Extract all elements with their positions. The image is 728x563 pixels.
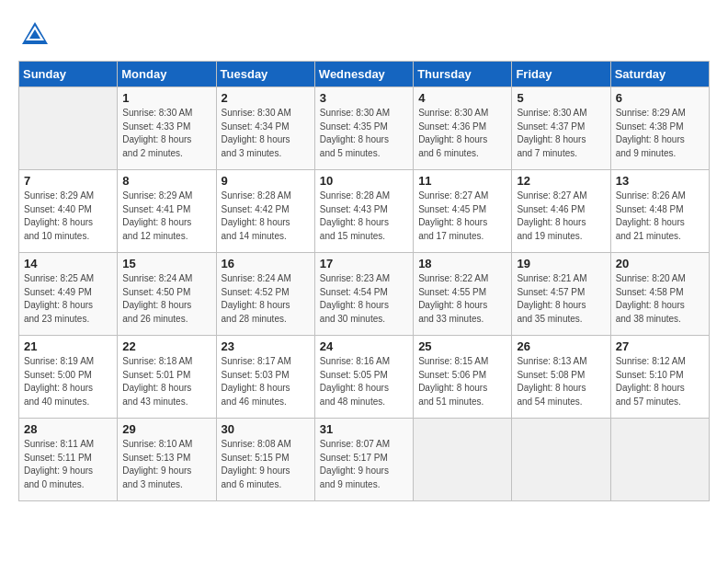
day-info: Sunrise: 8:25 AM Sunset: 4:49 PM Dayligh… — [24, 272, 112, 326]
weekday-header-sunday: Sunday — [19, 62, 118, 87]
day-number: 18 — [418, 257, 506, 270]
day-info: Sunrise: 8:30 AM Sunset: 4:34 PM Dayligh… — [222, 107, 310, 160]
calendar-day-cell: 20Sunrise: 8:20 AM Sunset: 4:58 PM Dayli… — [610, 253, 709, 336]
calendar-day-cell: 8Sunrise: 8:29 AM Sunset: 4:41 PM Daylig… — [118, 170, 216, 253]
day-number: 20 — [616, 257, 704, 270]
calendar-day-cell: 12Sunrise: 8:27 AM Sunset: 4:46 PM Dayli… — [512, 170, 610, 253]
weekday-header-thursday: Thursday — [414, 62, 512, 87]
calendar-week-row: 14Sunrise: 8:25 AM Sunset: 4:49 PM Dayli… — [19, 253, 710, 336]
logo — [18, 18, 57, 52]
calendar-day-cell: 30Sunrise: 8:08 AM Sunset: 5:15 PM Dayli… — [216, 419, 314, 501]
day-info: Sunrise: 8:12 AM Sunset: 5:10 PM Dayligh… — [616, 355, 704, 408]
day-number: 5 — [517, 91, 605, 105]
calendar-day-cell — [610, 419, 709, 501]
day-number: 24 — [320, 339, 408, 353]
day-info: Sunrise: 8:29 AM Sunset: 4:40 PM Dayligh… — [24, 190, 112, 243]
calendar-day-cell: 27Sunrise: 8:12 AM Sunset: 5:10 PM Dayli… — [610, 336, 709, 419]
calendar-day-cell: 7Sunrise: 8:29 AM Sunset: 4:40 PM Daylig… — [19, 170, 118, 253]
day-info: Sunrise: 8:24 AM Sunset: 4:52 PM Dayligh… — [222, 272, 310, 326]
calendar-week-row: 1Sunrise: 8:30 AM Sunset: 4:33 PM Daylig… — [19, 87, 710, 170]
day-info: Sunrise: 8:16 AM Sunset: 5:05 PM Dayligh… — [320, 355, 408, 408]
calendar-day-cell: 13Sunrise: 8:26 AM Sunset: 4:48 PM Dayli… — [610, 170, 709, 253]
day-number: 16 — [222, 257, 310, 270]
day-info: Sunrise: 8:13 AM Sunset: 5:08 PM Dayligh… — [517, 355, 605, 408]
day-info: Sunrise: 8:30 AM Sunset: 4:36 PM Dayligh… — [418, 107, 506, 160]
calendar-day-cell: 14Sunrise: 8:25 AM Sunset: 4:49 PM Dayli… — [19, 253, 118, 336]
day-info: Sunrise: 8:23 AM Sunset: 4:54 PM Dayligh… — [320, 272, 408, 326]
day-info: Sunrise: 8:11 AM Sunset: 5:11 PM Dayligh… — [24, 438, 112, 491]
calendar-week-row: 21Sunrise: 8:19 AM Sunset: 5:00 PM Dayli… — [19, 336, 710, 419]
day-number: 3 — [320, 91, 408, 105]
calendar-day-cell: 17Sunrise: 8:23 AM Sunset: 4:54 PM Dayli… — [314, 253, 413, 336]
day-info: Sunrise: 8:28 AM Sunset: 4:42 PM Dayligh… — [222, 190, 310, 243]
day-number: 23 — [222, 339, 310, 353]
calendar-day-cell: 11Sunrise: 8:27 AM Sunset: 4:45 PM Dayli… — [414, 170, 512, 253]
calendar-day-cell — [19, 87, 118, 170]
day-number: 28 — [24, 422, 112, 436]
day-info: Sunrise: 8:10 AM Sunset: 5:13 PM Dayligh… — [122, 438, 210, 491]
calendar-header: SundayMondayTuesdayWednesdayThursdayFrid… — [19, 62, 710, 87]
calendar-day-cell: 25Sunrise: 8:15 AM Sunset: 5:06 PM Dayli… — [414, 336, 512, 419]
day-info: Sunrise: 8:30 AM Sunset: 4:35 PM Dayligh… — [320, 107, 408, 160]
calendar-table: SundayMondayTuesdayWednesdayThursdayFrid… — [18, 61, 710, 501]
calendar-day-cell: 23Sunrise: 8:17 AM Sunset: 5:03 PM Dayli… — [216, 336, 314, 419]
calendar-day-cell: 6Sunrise: 8:29 AM Sunset: 4:38 PM Daylig… — [610, 87, 709, 170]
day-number: 6 — [616, 91, 704, 105]
calendar-day-cell: 15Sunrise: 8:24 AM Sunset: 4:50 PM Dayli… — [118, 253, 216, 336]
calendar-day-cell: 4Sunrise: 8:30 AM Sunset: 4:36 PM Daylig… — [414, 87, 512, 170]
calendar-day-cell: 3Sunrise: 8:30 AM Sunset: 4:35 PM Daylig… — [314, 87, 413, 170]
day-info: Sunrise: 8:30 AM Sunset: 4:33 PM Dayligh… — [122, 107, 210, 160]
day-number: 15 — [122, 257, 210, 270]
day-info: Sunrise: 8:08 AM Sunset: 5:15 PM Dayligh… — [222, 438, 310, 491]
day-number: 4 — [418, 91, 506, 105]
calendar-week-row: 28Sunrise: 8:11 AM Sunset: 5:11 PM Dayli… — [19, 419, 710, 501]
day-number: 9 — [222, 174, 310, 188]
day-number: 17 — [320, 257, 408, 270]
calendar-day-cell: 29Sunrise: 8:10 AM Sunset: 5:13 PM Dayli… — [118, 419, 216, 501]
calendar-day-cell: 31Sunrise: 8:07 AM Sunset: 5:17 PM Dayli… — [314, 419, 413, 501]
calendar-day-cell: 2Sunrise: 8:30 AM Sunset: 4:34 PM Daylig… — [216, 87, 314, 170]
calendar-day-cell: 16Sunrise: 8:24 AM Sunset: 4:52 PM Dayli… — [216, 253, 314, 336]
day-number: 13 — [616, 174, 704, 188]
day-info: Sunrise: 8:27 AM Sunset: 4:45 PM Dayligh… — [418, 190, 506, 243]
day-info: Sunrise: 8:21 AM Sunset: 4:57 PM Dayligh… — [517, 272, 605, 326]
day-number: 8 — [122, 174, 210, 188]
day-info: Sunrise: 8:17 AM Sunset: 5:03 PM Dayligh… — [222, 355, 310, 408]
day-info: Sunrise: 8:19 AM Sunset: 5:00 PM Dayligh… — [24, 355, 112, 408]
day-number: 22 — [122, 339, 210, 353]
calendar-day-cell: 21Sunrise: 8:19 AM Sunset: 5:00 PM Dayli… — [19, 336, 118, 419]
day-number: 26 — [517, 339, 605, 353]
day-number: 21 — [24, 339, 112, 353]
day-number: 30 — [222, 422, 310, 436]
calendar-day-cell: 26Sunrise: 8:13 AM Sunset: 5:08 PM Dayli… — [512, 336, 610, 419]
day-number: 25 — [418, 339, 506, 353]
calendar-week-row: 7Sunrise: 8:29 AM Sunset: 4:40 PM Daylig… — [19, 170, 710, 253]
day-number: 1 — [122, 91, 210, 105]
day-info: Sunrise: 8:29 AM Sunset: 4:38 PM Dayligh… — [616, 107, 704, 160]
day-info: Sunrise: 8:28 AM Sunset: 4:43 PM Dayligh… — [320, 190, 408, 243]
day-number: 11 — [418, 174, 506, 188]
day-number: 31 — [320, 422, 408, 436]
day-number: 2 — [222, 91, 310, 105]
calendar-day-cell: 22Sunrise: 8:18 AM Sunset: 5:01 PM Dayli… — [118, 336, 216, 419]
day-info: Sunrise: 8:26 AM Sunset: 4:48 PM Dayligh… — [616, 190, 704, 243]
logo-icon — [18, 18, 51, 52]
weekday-header-tuesday: Tuesday — [216, 62, 314, 87]
day-info: Sunrise: 8:15 AM Sunset: 5:06 PM Dayligh… — [418, 355, 506, 408]
day-info: Sunrise: 8:18 AM Sunset: 5:01 PM Dayligh… — [122, 355, 210, 408]
calendar-day-cell: 10Sunrise: 8:28 AM Sunset: 4:43 PM Dayli… — [314, 170, 413, 253]
day-number: 14 — [24, 257, 112, 270]
day-info: Sunrise: 8:27 AM Sunset: 4:46 PM Dayligh… — [517, 190, 605, 243]
calendar-day-cell — [512, 419, 610, 501]
day-number: 29 — [122, 422, 210, 436]
weekday-header-friday: Friday — [512, 62, 610, 87]
day-info: Sunrise: 8:20 AM Sunset: 4:58 PM Dayligh… — [616, 272, 704, 326]
weekday-header-wednesday: Wednesday — [314, 62, 413, 87]
calendar-day-cell: 18Sunrise: 8:22 AM Sunset: 4:55 PM Dayli… — [414, 253, 512, 336]
calendar-day-cell: 24Sunrise: 8:16 AM Sunset: 5:05 PM Dayli… — [314, 336, 413, 419]
calendar-day-cell: 1Sunrise: 8:30 AM Sunset: 4:33 PM Daylig… — [118, 87, 216, 170]
day-number: 12 — [517, 174, 605, 188]
calendar-day-cell: 28Sunrise: 8:11 AM Sunset: 5:11 PM Dayli… — [19, 419, 118, 501]
day-info: Sunrise: 8:22 AM Sunset: 4:55 PM Dayligh… — [418, 272, 506, 326]
calendar-day-cell: 19Sunrise: 8:21 AM Sunset: 4:57 PM Dayli… — [512, 253, 610, 336]
